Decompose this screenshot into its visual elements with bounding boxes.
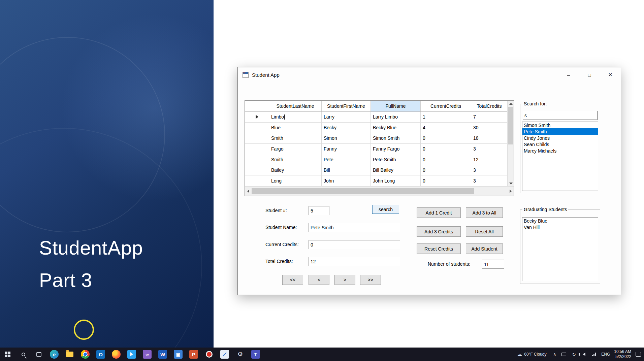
list-item[interactable]: Van Hill — [522, 224, 598, 230]
cell-first-name[interactable]: Bill — [322, 165, 371, 175]
taskbar-item-screen-recorder[interactable] — [201, 348, 217, 361]
tray-display-icon[interactable] — [561, 351, 567, 357]
taskbar-item-word[interactable]: W — [155, 348, 170, 361]
cell-last-name[interactable]: Smith — [269, 133, 322, 143]
close-button[interactable]: ✕ — [600, 67, 621, 82]
column-header-first-name[interactable]: StudentFirstName — [322, 101, 371, 111]
add-1-credit-button[interactable]: Add 1 Credit — [417, 207, 461, 218]
tray-network-icon[interactable] — [591, 351, 597, 357]
row-selector[interactable] — [245, 154, 269, 165]
tray-expand-chevron-icon[interactable]: ∧ — [552, 352, 557, 357]
cell-current-credits[interactable]: 0 — [421, 133, 471, 143]
search-results-listbox[interactable]: Simon Smith Pete Smith Cindy Jones Sean … — [522, 122, 598, 191]
reset-all-button[interactable]: Reset All — [466, 226, 503, 237]
cell-last-name[interactable]: Limbo — [269, 112, 322, 122]
taskbar-item-photos[interactable]: ▣ — [170, 348, 186, 361]
cell-full-name[interactable]: Larry Limbo — [371, 112, 421, 122]
taskbar-item-visual-studio[interactable]: ∞ — [139, 348, 155, 361]
row-selector[interactable] — [245, 123, 269, 133]
minimize-button[interactable]: – — [558, 67, 579, 82]
current-credits-field[interactable] — [309, 240, 400, 249]
scroll-up-button[interactable] — [508, 101, 514, 106]
student-name-field[interactable] — [309, 223, 400, 232]
tray-volume-icon[interactable] — [581, 351, 587, 357]
cell-current-credits[interactable]: 0 — [421, 175, 471, 186]
list-item[interactable]: Sean Childs — [522, 141, 598, 147]
task-view-button[interactable] — [31, 348, 46, 361]
cell-total-credits[interactable]: 30 — [471, 123, 507, 133]
table-row[interactable]: Bailey Bill Bill Bailey 0 3 — [245, 165, 507, 176]
cell-current-credits[interactable]: 0 — [421, 165, 471, 175]
row-selector-header[interactable] — [245, 101, 269, 111]
title-bar[interactable]: Student App – □ ✕ — [238, 67, 621, 82]
taskbar-search-button[interactable] — [15, 348, 31, 361]
student-number-field[interactable] — [309, 206, 329, 215]
cell-first-name[interactable]: John — [322, 175, 371, 186]
table-row[interactable]: Smith Simon Simon Smith 0 18 — [245, 133, 507, 144]
total-credits-field[interactable] — [309, 257, 400, 266]
notification-center-button[interactable] — [635, 351, 641, 357]
add-3-to-all-button[interactable]: Add 3 to All — [466, 207, 503, 218]
taskbar-item-teams[interactable]: T — [248, 348, 263, 361]
column-header-total-credits[interactable]: TotalCredits — [471, 101, 507, 111]
cell-full-name[interactable]: Becky Blue — [371, 123, 421, 133]
scroll-left-button[interactable] — [245, 187, 251, 196]
horizontal-scroll-thumb[interactable] — [252, 188, 474, 194]
cell-current-credits[interactable]: 0 — [421, 154, 471, 165]
search-button[interactable]: search — [372, 205, 399, 214]
cell-total-credits[interactable]: 3 — [471, 165, 507, 175]
cell-first-name[interactable]: Fanny — [322, 144, 371, 154]
cell-full-name[interactable]: Fanny Fargo — [371, 144, 421, 154]
taskbar-item-firefox[interactable] — [108, 348, 124, 361]
cell-full-name[interactable]: John Long — [371, 175, 421, 186]
scroll-right-button[interactable] — [507, 187, 514, 196]
nav-previous-button[interactable]: < — [309, 275, 329, 285]
list-item[interactable]: Becky Blue — [522, 218, 598, 224]
maximize-button[interactable]: □ — [579, 67, 600, 82]
taskbar-clock[interactable]: 10:56 AM 5/2/2022 — [614, 349, 631, 359]
add-student-button[interactable]: Add Student — [466, 243, 503, 254]
search-input[interactable] — [523, 111, 598, 120]
cell-first-name[interactable]: Larry — [322, 112, 371, 122]
cell-last-name[interactable]: Bailey — [269, 165, 322, 175]
table-row[interactable]: Smith Pete Pete Smith 0 12 — [245, 154, 507, 165]
table-row[interactable]: Blue Becky Becky Blue 4 30 — [245, 123, 507, 133]
row-selector[interactable] — [245, 165, 269, 175]
table-row[interactable]: Limbo Larry Larry Limbo 1 7 — [245, 112, 507, 123]
row-selector[interactable] — [245, 175, 269, 186]
nav-next-button[interactable]: > — [334, 275, 355, 285]
number-of-students-field[interactable] — [482, 260, 504, 269]
scroll-down-button[interactable] — [508, 180, 514, 186]
cell-first-name[interactable]: Pete — [322, 154, 371, 165]
cell-full-name[interactable]: Simon Smith — [371, 133, 421, 143]
add-3-credits-button[interactable]: Add 3 Credits — [417, 226, 461, 237]
cell-current-credits[interactable]: 4 — [421, 123, 471, 133]
list-item[interactable]: Simon Smith — [522, 122, 598, 128]
row-selector[interactable] — [245, 144, 269, 154]
cell-total-credits[interactable]: 12 — [471, 154, 507, 165]
list-item-selected[interactable]: Pete Smith — [522, 128, 598, 135]
graduating-students-listbox[interactable]: Becky Blue Van Hill — [522, 217, 598, 281]
cell-total-credits[interactable]: 3 — [471, 144, 507, 154]
cell-last-name[interactable]: Fargo — [269, 144, 322, 154]
weather-widget[interactable]: ☁ 60°F Cloudy — [515, 348, 548, 361]
start-button[interactable] — [0, 348, 15, 361]
column-header-full-name[interactable]: FullName — [371, 101, 421, 111]
language-indicator[interactable]: ENG — [601, 352, 610, 357]
cell-total-credits[interactable]: 7 — [471, 112, 507, 122]
cell-last-name[interactable]: Long — [269, 175, 322, 186]
cell-first-name[interactable]: Simon — [322, 133, 371, 143]
cell-total-credits[interactable]: 18 — [471, 133, 507, 143]
table-row[interactable]: Fargo Fanny Fanny Fargo 0 3 — [245, 144, 507, 155]
table-row[interactable]: Long John John Long 0 3 — [245, 175, 507, 186]
cell-full-name[interactable]: Pete Smith — [371, 154, 421, 165]
cell-last-name[interactable]: Smith — [269, 154, 322, 165]
row-selector[interactable] — [245, 112, 269, 122]
taskbar-item-outlook[interactable]: O — [93, 348, 108, 361]
taskbar-item-vscode[interactable] — [124, 348, 139, 361]
cell-total-credits[interactable]: 3 — [471, 175, 507, 186]
taskbar-item-snipping-tool[interactable] — [217, 348, 232, 361]
row-selector[interactable] — [245, 133, 269, 143]
taskbar-item-chrome[interactable] — [77, 348, 93, 361]
column-header-last-name[interactable]: StudentLastName — [269, 101, 322, 111]
